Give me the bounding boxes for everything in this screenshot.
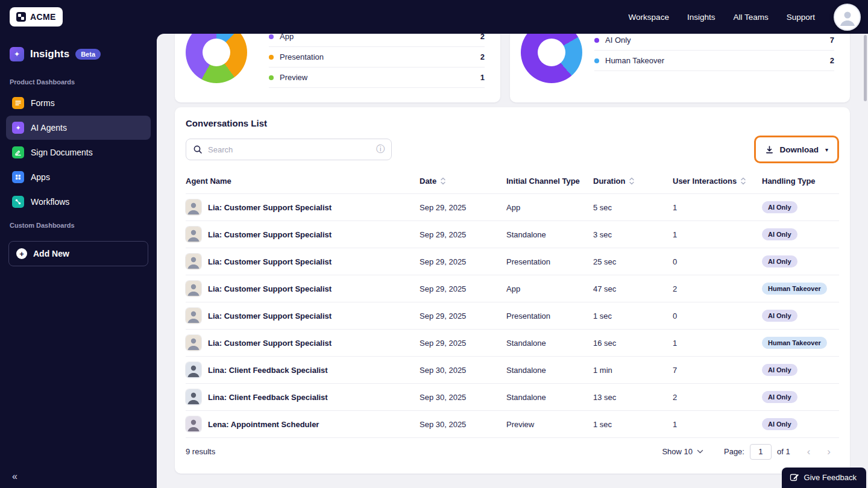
search-input[interactable]: [208, 145, 371, 154]
channel-cell: Standalone: [506, 339, 593, 348]
table-row[interactable]: Lia: Customer Support Specialist Sep 29,…: [186, 248, 839, 275]
collapse-sidebar-icon[interactable]: «: [12, 471, 17, 482]
agent-name: Lia: Customer Support Specialist: [208, 230, 332, 239]
handling-donut-chart: [521, 34, 582, 83]
nav-support[interactable]: Support: [787, 13, 815, 22]
channel-breakdown-card: App 2 Presentation 2 Preview 1: [175, 34, 500, 102]
page-label: Page:: [724, 447, 744, 456]
duration-cell: 3 sec: [593, 230, 673, 239]
toolbar: ⓘ Download ▾: [186, 136, 839, 163]
scrollbar-thumb[interactable]: [864, 35, 867, 101]
user-avatar[interactable]: [834, 4, 861, 31]
table-row[interactable]: Lina: Client Feedback Specialist Sep 30,…: [186, 383, 839, 410]
agent-name: Lia: Customer Support Specialist: [208, 339, 332, 348]
interactions-cell: 1: [673, 230, 762, 239]
page-number-input[interactable]: [750, 444, 772, 460]
channel-legend: App 2 Presentation 2 Preview 1: [269, 34, 485, 88]
interactions-cell: 2: [673, 284, 762, 293]
sidebar-item-ai-agents[interactable]: ✦ AI Agents: [6, 116, 151, 140]
info-icon[interactable]: ⓘ: [376, 144, 385, 155]
table-row[interactable]: Lia: Customer Support Specialist Sep 29,…: [186, 302, 839, 329]
nav-workspace[interactable]: Workspace: [629, 13, 669, 22]
nav-all-teams[interactable]: All Teams: [733, 13, 768, 22]
sort-icon[interactable]: [629, 177, 635, 185]
channel-cell: Presentation: [506, 257, 593, 266]
agent-name: Lia: Customer Support Specialist: [208, 311, 332, 321]
legend-dot: [594, 38, 599, 43]
prev-page-icon[interactable]: ‹: [799, 446, 819, 457]
show-per-page-select[interactable]: Show 10: [662, 447, 703, 456]
next-page-icon[interactable]: ›: [819, 446, 839, 457]
date-cell: Sep 29, 2025: [420, 284, 506, 293]
acme-logo-text: ACME: [30, 12, 56, 22]
insights-logo-icon: ✦: [10, 47, 24, 61]
handling-badge: AI Only: [762, 364, 797, 376]
feedback-pencil-icon: [790, 472, 799, 482]
table-row[interactable]: Lia: Customer Support Specialist Sep 29,…: [186, 193, 839, 221]
sidebar-item-sign-documents[interactable]: Sign Documents: [6, 140, 151, 164]
beta-badge: Beta: [75, 49, 101, 60]
sidebar-header: ✦ Insights Beta: [0, 34, 157, 71]
avatar: [186, 281, 201, 296]
sort-icon[interactable]: [440, 177, 446, 185]
handling-badge: Human Takeover: [762, 283, 827, 295]
give-feedback-button[interactable]: Give Feedback: [782, 468, 866, 488]
sidebar: ✦ Insights Beta Product Dashboards Forms…: [0, 34, 157, 488]
duration-cell: 16 sec: [593, 339, 673, 348]
agent-name: Lia: Customer Support Specialist: [208, 203, 332, 212]
legend-dot: [269, 55, 274, 60]
sidebar-title: Insights: [30, 48, 69, 60]
legend-row: App 2: [269, 34, 485, 47]
col-duration: Duration: [593, 177, 673, 186]
duration-cell: 25 sec: [593, 257, 673, 266]
sidebar-item-apps[interactable]: Apps: [6, 165, 151, 189]
date-cell: Sep 30, 2025: [420, 366, 506, 375]
agent-name: Lia: Customer Support Specialist: [208, 284, 332, 293]
sidebar-item-workflows[interactable]: Workflows: [6, 190, 151, 214]
table-row[interactable]: Lia: Customer Support Specialist Sep 29,…: [186, 329, 839, 356]
search-box: ⓘ: [186, 139, 392, 160]
sign-documents-icon: [12, 146, 24, 158]
download-button[interactable]: Download ▾: [758, 139, 835, 160]
add-new-button[interactable]: + Add New: [8, 241, 148, 266]
interactions-cell: 1: [673, 339, 762, 348]
col-handling-type: Handling Type: [762, 177, 839, 186]
person-icon: [838, 8, 857, 27]
col-user-interactions: User Interactions: [673, 177, 762, 186]
forms-icon: [12, 97, 24, 109]
table-row[interactable]: Lena: Appointment Scheduler Sep 30, 2025…: [186, 410, 839, 437]
date-cell: Sep 29, 2025: [420, 203, 506, 212]
sidebar-item-forms[interactable]: Forms: [6, 91, 151, 115]
workflows-icon: [12, 196, 24, 208]
table-row[interactable]: Lia: Customer Support Specialist Sep 29,…: [186, 221, 839, 248]
avatar: [186, 227, 201, 242]
col-agent-name: Agent Name: [186, 177, 420, 186]
agent-name: Lia: Customer Support Specialist: [208, 257, 332, 266]
avatar: [186, 335, 201, 351]
duration-cell: 1 sec: [593, 311, 673, 321]
channel-cell: Preview: [506, 420, 593, 429]
date-cell: Sep 29, 2025: [420, 257, 506, 266]
nav-insights[interactable]: Insights: [687, 13, 715, 22]
download-highlight-annotation: Download ▾: [754, 136, 839, 163]
table-row[interactable]: Lina: Client Feedback Specialist Sep 30,…: [186, 356, 839, 383]
table-footer: 9 results Show 10 Page: of 1 ‹ ›: [186, 437, 839, 465]
col-initial-channel-type: Initial Channel Type: [506, 177, 593, 186]
sort-icon[interactable]: [740, 177, 746, 185]
acme-logo[interactable]: ACME: [10, 7, 63, 27]
legend-row: Preview 1: [269, 67, 485, 88]
channel-cell: Standalone: [506, 393, 593, 402]
avatar: [186, 416, 201, 432]
handling-badge: AI Only: [762, 201, 797, 213]
table-body: Lia: Customer Support Specialist Sep 29,…: [186, 193, 839, 437]
summary-cards-row: App 2 Presentation 2 Preview 1: [175, 34, 850, 102]
handling-badge: AI Only: [762, 418, 797, 430]
avatar: [186, 362, 201, 378]
legend-row: Human Takeover 2: [594, 51, 834, 71]
avatar: [186, 254, 201, 269]
date-cell: Sep 29, 2025: [420, 339, 506, 348]
plus-icon: +: [16, 248, 27, 259]
handling-badge: AI Only: [762, 228, 797, 240]
acme-logo-icon: [16, 12, 26, 22]
table-row[interactable]: Lia: Customer Support Specialist Sep 29,…: [186, 275, 839, 302]
